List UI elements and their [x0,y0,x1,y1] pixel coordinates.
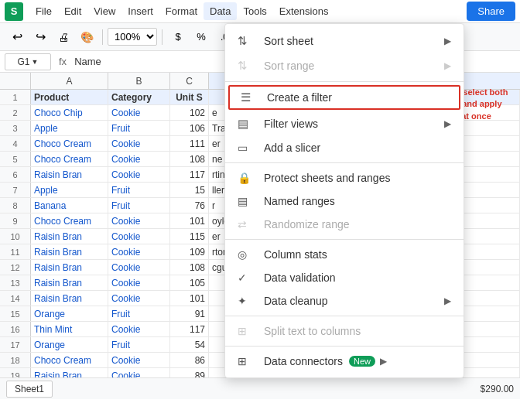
filter-views-option[interactable]: ▤ Filter views ▶ [225,111,464,136]
cell-product[interactable]: Raisin Bran [31,260,108,275]
cell-units[interactable]: 115 [170,229,209,244]
cell-category[interactable]: Cookie [108,244,170,259]
menu-format[interactable]: Format [159,2,204,20]
cell-product[interactable]: Choco Cream [31,213,108,228]
cell-category[interactable]: Fruit [108,121,170,135]
undo-button[interactable]: ↩ [6,26,28,48]
cell-units[interactable]: 101 [170,213,209,228]
menu-insert[interactable]: Insert [121,2,159,20]
cell-product[interactable]: Choco Cream [31,136,108,151]
sheet-tab[interactable]: Sheet1 [6,381,53,398]
cell-product[interactable]: Apple [31,183,108,197]
menu-extensions[interactable]: Extensions [273,2,335,20]
cell-units[interactable]: 105 [170,275,209,290]
cell-units[interactable]: 15 [170,183,209,197]
currency-button[interactable]: $ [167,26,189,48]
menu-view[interactable]: View [87,2,121,20]
col-stats-option[interactable]: ◎ Column stats [225,243,464,266]
row-num: 16 [0,322,31,336]
create-filter-label: Create a filter [267,91,332,104]
cell-category-header[interactable]: Category [108,90,170,104]
cell-category[interactable]: Cookie [108,275,170,290]
cell-product-header[interactable]: Product [31,90,108,104]
menu-file[interactable]: File [29,2,58,20]
cell-product[interactable]: Raisin Bran [31,244,108,259]
cell-units[interactable]: 117 [170,167,209,182]
filter-views-label: Filter views [264,118,318,130]
cell-units[interactable]: 108 [170,152,209,166]
cell-product[interactable]: Apple [31,121,108,135]
cell-product[interactable]: Choco Chip [31,105,108,120]
cell-product[interactable]: Raisin Bran [31,167,108,182]
cell-category[interactable]: Cookie [108,322,170,336]
menu-tools[interactable]: Tools [237,2,272,20]
cell-category[interactable]: Cookie [108,229,170,244]
cell-units[interactable]: 111 [170,136,209,151]
cell-category[interactable]: Cookie [108,167,170,182]
named-ranges-icon: ▤ [238,195,255,207]
col-header-c[interactable]: C [170,73,209,89]
cell-category[interactable]: Fruit [108,306,170,321]
sort-range-arrow: ▶ [444,60,451,71]
protect-option[interactable]: 🔒 Protect sheets and ranges [225,166,464,190]
cell-product[interactable]: Banana [31,198,108,213]
filter-views-icon: ▤ [238,117,255,131]
percent-button[interactable]: % [190,26,212,48]
add-slicer-option[interactable]: ▭ Add a slicer [225,136,464,159]
zoom-selector[interactable]: 100% [108,28,157,46]
cell-product[interactable]: Choco Cream [31,353,108,367]
menu-data[interactable]: Data [204,2,237,20]
cell-units[interactable]: 109 [170,244,209,259]
data-validation-option[interactable]: ✓ Data validation [225,266,464,289]
cell-product[interactable]: Orange [31,306,108,321]
cell-units[interactable]: 86 [170,353,209,367]
cell-product[interactable]: Raisin Bran [31,291,108,306]
print-button[interactable]: 🖨 [53,26,74,48]
col-header-b[interactable]: B [108,73,170,89]
cell-units[interactable]: 117 [170,322,209,336]
menu-edit[interactable]: Edit [58,2,87,20]
cell-category[interactable]: Fruit [108,183,170,197]
data-connectors-option[interactable]: ⊞ Data connectors New ▶ [225,350,464,373]
cell-category[interactable]: Cookie [108,136,170,151]
sum-label: $290.00 [481,384,514,394]
cell-product[interactable]: Choco Cream [31,152,108,166]
split-text-option[interactable]: ⊞ Split text to columns [225,319,464,343]
randomize-option[interactable]: ⇄ Randomize range [225,213,464,236]
col-header-a[interactable]: A [31,73,108,89]
cell-category[interactable]: Cookie [108,353,170,367]
cell-product[interactable]: Raisin Bran [31,229,108,244]
cell-units[interactable]: 106 [170,121,209,135]
cell-units[interactable]: 54 [170,337,209,352]
cell-category[interactable]: Fruit [108,337,170,352]
divider-3 [225,239,464,240]
cell-category[interactable]: Cookie [108,105,170,120]
protect-label: Protect sheets and ranges [264,172,390,184]
cell-category[interactable]: Cookie [108,260,170,275]
cell-category[interactable]: Fruit [108,198,170,213]
cell-units[interactable]: 108 [170,260,209,275]
cell-units[interactable]: 76 [170,198,209,213]
randomize-label: Randomize range [264,218,350,230]
data-connectors-icon: ⊞ [238,355,255,367]
cell-category[interactable]: Cookie [108,213,170,228]
paint-format-button[interactable]: 🎨 [76,26,98,48]
cell-product[interactable]: Orange [31,337,108,352]
sort-range-option[interactable]: ⇅ Sort range ▶ [225,53,464,78]
redo-button[interactable]: ↪ [29,26,51,48]
sort-sheet-option[interactable]: ⇅ Sort sheet ▶ [225,29,464,53]
named-ranges-option[interactable]: ▤ Named ranges [225,190,464,213]
cell-category[interactable]: Cookie [108,152,170,166]
cell-product[interactable]: Thin Mint [31,322,108,336]
cell-units[interactable]: 102 [170,105,209,120]
create-filter-option[interactable]: ☰ Create a filter [228,85,460,110]
share-button[interactable]: Share [467,2,515,21]
data-cleanup-option[interactable]: ✦ Data cleanup ▶ [225,289,464,312]
cell-units[interactable]: 101 [170,291,209,306]
cell-reference[interactable]: G1 ▼ [5,53,51,70]
cell-category[interactable]: Cookie [108,291,170,306]
row-num: 17 [0,337,31,352]
cell-units-header[interactable]: Unit S [170,90,209,104]
cell-units[interactable]: 91 [170,306,209,321]
cell-product[interactable]: Raisin Bran [31,275,108,290]
